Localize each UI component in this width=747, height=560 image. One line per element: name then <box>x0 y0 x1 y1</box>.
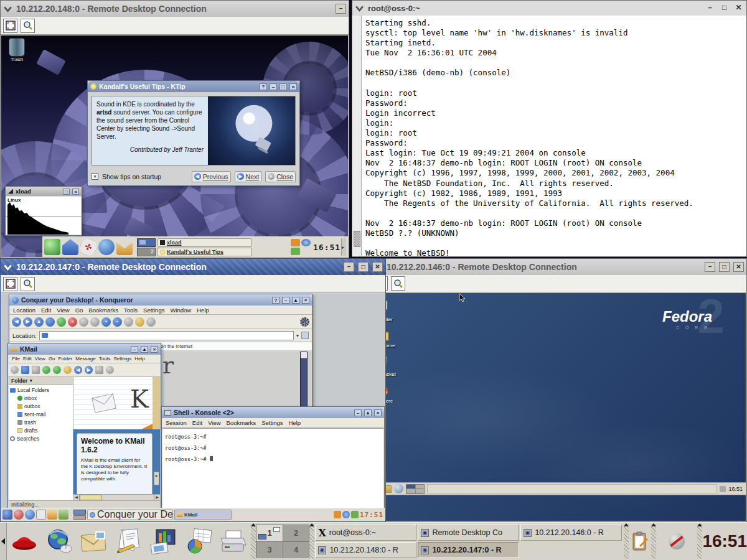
menu-view[interactable]: View <box>57 307 69 314</box>
compose-icon[interactable] <box>11 366 19 374</box>
back-icon[interactable]: ◀ <box>12 317 21 327</box>
folder-searches[interactable]: Searches <box>10 436 72 442</box>
kmail-hscrollbar[interactable]: ◀ ▶ <box>73 494 160 500</box>
kmail-icon[interactable] <box>47 510 57 520</box>
panel-extend-arrow[interactable]: ▸ <box>341 238 346 256</box>
konqueror-titlebar[interactable]: Conquer your Desktop! - Konqueror ? – ▲ … <box>9 294 312 306</box>
menu-go[interactable]: Go <box>49 356 55 362</box>
tray-icon[interactable] <box>342 511 350 518</box>
maximize-button[interactable]: □ <box>358 262 369 272</box>
terminal-titlebar[interactable]: root@oss-0:~ – □ ✕ <box>352 1 746 16</box>
close-button[interactable]: ×Close <box>265 171 296 182</box>
help-button[interactable]: ? <box>260 83 267 90</box>
workspace-switcher[interactable]: 1 2 3 4 <box>256 525 309 558</box>
impress-launcher[interactable] <box>146 524 181 559</box>
launcher-icon[interactable] <box>36 510 46 520</box>
kmenu-icon[interactable] <box>44 239 60 255</box>
up-icon[interactable]: ▲ <box>34 317 44 327</box>
menu-settings[interactable]: Settings <box>143 307 164 314</box>
workspace-4[interactable] <box>416 489 425 493</box>
next-button[interactable]: ▶Next <box>235 171 262 182</box>
konsole-titlebar[interactable]: Shell - Konsole <2> – ▲ × <box>162 407 384 418</box>
print-icon[interactable] <box>32 366 40 374</box>
folder-outbox[interactable]: outbox <box>10 403 72 409</box>
zoom-out-icon[interactable]: − <box>113 317 122 327</box>
menu-view[interactable]: View <box>208 419 220 426</box>
maximize-button[interactable]: ▲ <box>141 346 148 353</box>
home-icon[interactable] <box>62 239 78 255</box>
workspace-3[interactable]: 3 <box>256 542 283 558</box>
minimize-button[interactable]: – <box>131 346 138 353</box>
reply-icon[interactable] <box>63 366 72 374</box>
check-mail-in-icon[interactable] <box>53 366 61 374</box>
minimize-button[interactable]: – <box>336 4 346 14</box>
maximize-button[interactable]: ▲ <box>292 297 299 304</box>
workspace-3[interactable] <box>406 489 415 493</box>
launcher-icon[interactable] <box>14 510 24 520</box>
stop-icon[interactable]: × <box>68 317 77 327</box>
klipper-applet[interactable] <box>629 531 651 551</box>
scroll-up-button[interactable] <box>301 352 307 359</box>
zoom-button[interactable] <box>21 277 35 291</box>
scrollbar-thumb[interactable] <box>354 231 360 247</box>
menu-bookmarks[interactable]: Bookmarks <box>227 419 256 426</box>
workspace-switcher[interactable] <box>406 484 425 494</box>
menu-go[interactable]: Go <box>75 307 83 314</box>
close-button[interactable]: × <box>289 83 297 90</box>
location-dropdown-arrow[interactable]: ▾ <box>296 333 299 338</box>
folder-inbox[interactable]: inbox <box>10 395 72 401</box>
copy-icon[interactable] <box>90 317 100 327</box>
task-ktip[interactable]: Kandalf's Useful Tips <box>157 248 252 256</box>
close-button[interactable]: × <box>374 409 382 416</box>
zoom-button[interactable] <box>21 19 35 33</box>
tray-icon[interactable] <box>720 486 726 492</box>
back-icon[interactable]: ◀ <box>74 366 82 374</box>
workspace-pager[interactable]: 2 <box>137 238 156 256</box>
konqueror-icon[interactable] <box>25 510 35 520</box>
tray-icon[interactable] <box>334 511 341 518</box>
folder-local[interactable]: Local Folders <box>10 387 72 393</box>
minimize-button[interactable]: – <box>344 262 354 272</box>
maximize-button[interactable]: □ <box>63 189 70 195</box>
workspace-1[interactable] <box>406 485 415 489</box>
maximize-button[interactable]: □ <box>280 83 287 90</box>
folder-drafts[interactable]: drafts <box>10 427 72 434</box>
task-kmail[interactable]: KMail <box>174 510 232 520</box>
kmail-titlebar[interactable]: KMail – ▲ × <box>8 343 161 355</box>
network-offline-icon[interactable] <box>669 533 685 549</box>
menu-settings[interactable]: Settings <box>113 356 131 362</box>
ktip-titlebar[interactable]: Kandalf's Useful Tips - KTip ? – □ × <box>88 81 299 92</box>
scroll-right-button[interactable]: ▶ <box>154 495 160 500</box>
desktop-icon-trash[interactable]: Trash <box>2 38 31 62</box>
print-icon[interactable] <box>79 317 88 327</box>
tray-icon[interactable] <box>301 239 311 246</box>
close-button[interactable]: × <box>151 346 158 353</box>
previous-button[interactable]: ◀Previous <box>192 171 231 182</box>
workspace-pager[interactable] <box>73 510 86 520</box>
search-icon[interactable] <box>106 366 114 374</box>
task-xload[interactable]: xload <box>157 238 252 247</box>
taskbar-button-148[interactable]: 10.212.20.148:0 - R <box>315 542 416 558</box>
kmail-icon[interactable] <box>116 239 133 255</box>
show-tips-checkbox[interactable]: × <box>92 173 98 180</box>
taskbar-button-147-active[interactable]: 10.212.20.147:0 - R <box>418 542 519 558</box>
titlebar-148[interactable]: 10.212.20.148:0 - Remote Desktop Connect… <box>1 1 349 17</box>
lock-icon[interactable] <box>135 317 144 327</box>
hscroll-thumb[interactable] <box>80 495 102 500</box>
launcher-icon[interactable] <box>59 510 68 520</box>
applet-handle[interactable] <box>309 524 314 559</box>
folder-trash[interactable]: trash <box>10 419 72 426</box>
folder-header[interactable]: Folder▾ <box>9 377 73 385</box>
forward-icon[interactable]: ▶ <box>23 317 32 327</box>
menu-settings[interactable]: Settings <box>261 419 283 426</box>
close-button[interactable]: ✕ <box>733 3 744 13</box>
help-icon[interactable] <box>80 239 96 255</box>
print-launcher[interactable] <box>216 524 251 559</box>
menu-folder[interactable]: Folder <box>59 356 73 362</box>
titlebar-146[interactable]: 10.212.20.146:0 - Remote Desktop Connect… <box>371 259 746 275</box>
applet-handle[interactable] <box>624 524 629 559</box>
location-input[interactable] <box>39 331 294 340</box>
terminal-scrollbar[interactable] <box>353 16 362 256</box>
forward-icon[interactable]: ▶ <box>85 366 93 374</box>
workspace-1[interactable]: 1 <box>256 525 283 541</box>
